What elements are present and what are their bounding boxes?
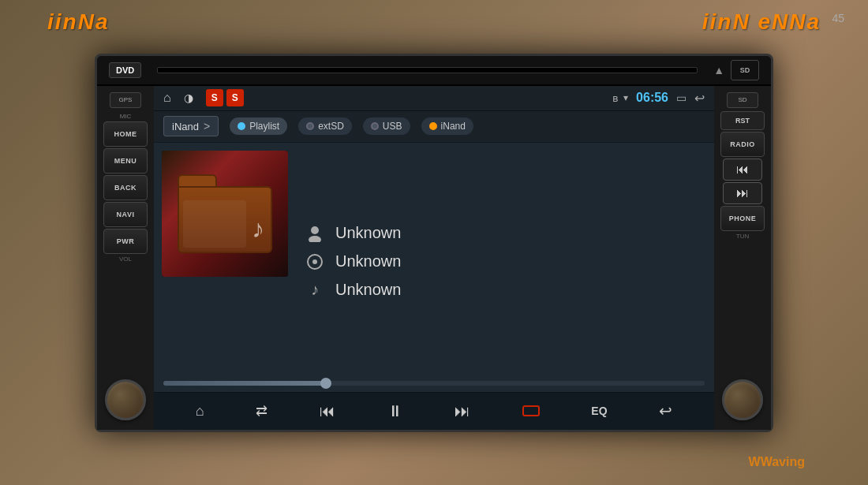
home-control-button[interactable]: ⌂ [189,400,211,423]
brand-top-right: iinN eNNa [702,9,821,35]
status-icons-right: ʙ ▾ [612,92,628,104]
progress-bar[interactable] [163,381,705,386]
navi-button[interactable]: NAVI [103,202,148,227]
album-art-inner: ♪ [162,151,288,277]
sd-slot-top: SD [731,60,759,80]
source-tab-inand[interactable]: iNand [421,118,473,135]
status-right: ʙ ▾ 06:56 ▭ ↩ [612,91,705,106]
top-strip: DVD ▲ SD [97,56,771,86]
status-back-icon[interactable]: ↩ [694,91,705,106]
phone-button[interactable]: PHONE [720,206,765,231]
skip-back-button[interactable]: ⏮ [723,159,762,181]
artist-icon [304,222,326,244]
svg-point-1 [309,236,321,242]
svg-point-3 [312,259,317,264]
home-button[interactable]: HOME [103,121,148,147]
player-main: ♪ Unknown [154,143,714,381]
mic-label: MIC [120,113,132,120]
main-body: GPS MIC HOME MENU BACK NAVI PWR VOL ⌂ ◑ … [97,86,771,430]
source-tab-extsd[interactable]: extSD [298,118,352,135]
album-icon [304,251,326,273]
extsd-dot [306,122,314,130]
outer-background: iinNa iinN eNNa 45 DVD ▲ SD GPS MIC HOME… [0,0,868,485]
right-panel: SD RST RADIO ⏮ ⏭ PHONE TUN [714,86,771,430]
track-info: Unknown Unknown ♪ [304,151,706,373]
play-pause-button[interactable]: ⏸ [381,399,410,423]
tun-label: TUN [736,233,749,240]
car-unit: DVD ▲ SD GPS MIC HOME MENU BACK NAVI PWR… [95,54,773,432]
status-time: 06:56 [636,91,668,105]
artist-label: Unknown [335,224,401,242]
left-panel: GPS MIC HOME MENU BACK NAVI PWR VOL [97,86,154,430]
screen-mirror-icon: ▭ [676,91,687,104]
screen-area: ⌂ ◑ S S ʙ ▾ 06:56 ▭ ↩ [154,86,714,430]
source-arrow: > [204,120,210,132]
source-tab-playlist-label: Playlist [249,121,279,132]
album-label: Unknown [335,252,401,270]
folder-body: ♪ [178,186,272,253]
eject-button[interactable]: ▲ [713,64,724,76]
vol-label: VOL [119,256,132,263]
inand-dot [429,122,437,130]
next-button[interactable]: ⏭ [448,399,477,423]
bluetooth-icon: ʙ [612,92,619,104]
wifi-icon: ▾ [623,92,628,103]
sd-button-right: SD [727,92,758,108]
progress-fill [163,381,326,386]
source-tab-extsd-label: extSD [318,121,344,132]
album-row: Unknown [304,251,706,273]
progress-thumb[interactable] [320,378,331,389]
current-source-label[interactable]: iNand > [163,116,219,136]
folder-icon-art: ♪ [178,174,272,253]
dvd-label: DVD [109,62,141,78]
source-tab-usb-label: USB [383,121,402,132]
title-row: ♪ Unknown [304,279,706,301]
album-art: ♪ [162,151,288,277]
radio-button[interactable]: RADIO [720,132,765,157]
tuning-knob[interactable] [722,379,763,420]
source-tab-playlist[interactable]: Playlist [230,118,287,135]
source-tab-usb[interactable]: USB [363,118,410,135]
svg-point-0 [311,226,319,234]
brightness-icon[interactable]: ◑ [184,91,193,104]
pwr-button[interactable]: PWR [103,229,148,254]
ss-icons: S S [206,89,244,106]
skip-forward-button[interactable]: ⏭ [723,182,762,204]
folder-music-note: ♪ [252,215,264,244]
artist-row: Unknown [304,222,706,244]
title-label: Unknown [335,281,401,299]
title-icon: ♪ [304,279,326,301]
dvd-slot [157,67,698,73]
source-bar: iNand > Playlist extSD [154,111,714,143]
ss-icon-1[interactable]: S [206,89,223,106]
shuffle-button[interactable]: ⇄ [249,399,274,423]
corner-label: 45 [832,12,844,24]
previous-button[interactable]: ⏮ [313,399,342,423]
folder-reflection [183,200,246,248]
status-bar: ⌂ ◑ S S ʙ ▾ 06:56 ▭ ↩ [154,86,714,111]
gps-button[interactable]: GPS [110,92,141,108]
rst-button[interactable]: RST [720,111,765,130]
ss-icon-2[interactable]: S [226,89,244,106]
brand-bottom-right: WWaving [749,455,805,469]
menu-button[interactable]: MENU [103,148,148,173]
stop-button[interactable] [516,401,546,420]
playlist-dot [238,122,245,130]
control-back-button[interactable]: ↩ [653,398,679,423]
source-tab-inand-label: iNand [441,121,466,132]
brand-top-left: iinNa [47,9,109,35]
home-icon[interactable]: ⌂ [163,91,171,105]
control-bar: ⌂ ⇄ ⏮ ⏸ ⏭ EQ ↩ [154,392,714,430]
back-button[interactable]: BACK [103,175,148,200]
svg-rect-4 [523,406,539,416]
source-name: iNand [172,121,199,132]
progress-section [154,381,714,392]
usb-dot [371,122,379,130]
music-content: iNand > Playlist extSD [154,111,714,430]
eq-button[interactable]: EQ [585,401,613,420]
volume-knob[interactable] [105,379,146,420]
